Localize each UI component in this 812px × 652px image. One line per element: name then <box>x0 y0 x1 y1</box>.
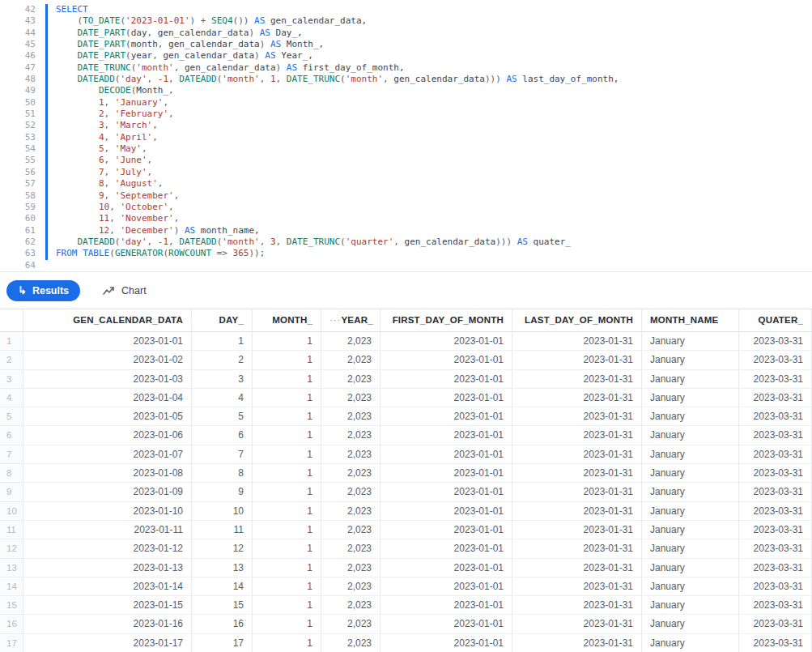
table-cell[interactable]: 2,023 <box>321 596 380 615</box>
table-cell[interactable]: 2,023 <box>321 577 380 596</box>
column-header-quater_[interactable]: QUATER_ <box>739 309 812 332</box>
table-cell[interactable]: 2023-03-31 <box>739 559 812 577</box>
table-cell[interactable]: 2023-03-31 <box>739 351 812 369</box>
row-number-cell[interactable]: 17 <box>0 634 23 652</box>
row-number-cell[interactable]: 16 <box>0 615 23 633</box>
table-cell[interactable]: 1 <box>253 351 321 369</box>
table-cell[interactable]: January <box>642 502 739 521</box>
table-cell[interactable]: 2023-01-01 <box>380 521 512 539</box>
table-cell[interactable]: January <box>642 370 739 389</box>
table-cell[interactable]: 1 <box>253 634 321 652</box>
table-cell[interactable]: 11 <box>192 521 253 539</box>
table-cell[interactable]: 6 <box>192 426 253 445</box>
row-number-cell[interactable]: 15 <box>0 596 23 615</box>
table-cell[interactable]: 1 <box>253 332 321 351</box>
table-cell[interactable]: 1 <box>253 426 321 445</box>
table-cell[interactable]: January <box>642 426 739 445</box>
row-number-cell[interactable]: 3 <box>0 370 23 389</box>
row-number-cell[interactable]: 5 <box>0 407 23 426</box>
table-cell[interactable]: 2023-03-31 <box>739 445 812 464</box>
table-cell[interactable]: 2,023 <box>321 521 380 539</box>
table-cell[interactable]: 2023-01-01 <box>380 445 512 464</box>
table-cell[interactable]: 1 <box>253 464 321 483</box>
table-cell[interactable]: 2023-01-31 <box>512 521 642 539</box>
table-cell[interactable]: 2023-03-31 <box>739 483 812 501</box>
table-cell[interactable]: 2023-01-06 <box>23 426 192 445</box>
table-cell[interactable]: 1 <box>253 483 321 501</box>
row-number-cell[interactable]: 10 <box>0 502 23 521</box>
table-cell[interactable]: 2023-01-01 <box>380 426 512 445</box>
row-number-cell[interactable]: 7 <box>0 445 23 464</box>
table-cell[interactable]: 2023-01-01 <box>380 407 512 426</box>
table-cell[interactable]: 1 <box>253 615 321 633</box>
table-cell[interactable]: 2023-03-31 <box>739 407 812 426</box>
table-cell[interactable]: 2023-01-08 <box>23 464 192 483</box>
table-cell[interactable]: 2023-01-01 <box>380 634 512 652</box>
table-cell[interactable]: 2023-03-31 <box>739 596 812 615</box>
table-cell[interactable]: 2023-01-31 <box>512 407 642 426</box>
table-cell[interactable]: 12 <box>192 539 253 558</box>
table-cell[interactable]: 1 <box>253 539 321 558</box>
table-cell[interactable]: 2023-01-31 <box>512 464 642 483</box>
table-cell[interactable]: 1 <box>253 445 321 464</box>
table-cell[interactable]: 2,023 <box>321 351 380 369</box>
table-cell[interactable]: January <box>642 407 739 426</box>
row-number-cell[interactable]: 1 <box>0 332 23 351</box>
table-cell[interactable]: 2023-03-31 <box>739 332 812 351</box>
column-header-first_day_of_month[interactable]: FIRST_DAY_OF_MONTH <box>380 309 512 332</box>
table-cell[interactable]: 2023-01-01 <box>380 483 512 501</box>
table-cell[interactable]: 2023-01-13 <box>23 559 192 577</box>
table-cell[interactable]: 2023-01-31 <box>512 389 642 407</box>
row-number-cell[interactable]: 9 <box>0 483 23 501</box>
table-cell[interactable]: 2023-01-01 <box>380 577 512 596</box>
table-cell[interactable]: 2023-01-17 <box>23 634 192 652</box>
table-cell[interactable]: 2023-01-10 <box>23 502 192 521</box>
table-cell[interactable]: 2,023 <box>321 445 380 464</box>
table-cell[interactable]: 2,023 <box>321 389 380 407</box>
table-cell[interactable]: 2023-01-11 <box>23 521 192 539</box>
column-header-last_day_of_month[interactable]: LAST_DAY_OF_MONTH <box>512 309 642 332</box>
table-cell[interactable]: 2023-01-07 <box>23 445 192 464</box>
table-cell[interactable]: 1 <box>253 596 321 615</box>
table-cell[interactable]: 1 <box>192 332 253 351</box>
table-cell[interactable]: 2,023 <box>321 615 380 633</box>
table-cell[interactable]: 16 <box>192 615 253 633</box>
table-cell[interactable]: 2023-03-31 <box>739 615 812 633</box>
table-cell[interactable]: 2023-01-01 <box>380 596 512 615</box>
table-cell[interactable]: 2023-01-02 <box>23 351 192 369</box>
table-cell[interactable]: 10 <box>192 502 253 521</box>
table-cell[interactable]: 3 <box>192 370 253 389</box>
table-cell[interactable]: 2023-01-09 <box>23 483 192 501</box>
column-header-day_[interactable]: DAY_ <box>192 309 253 332</box>
column-header-month_name[interactable]: MONTH_NAME <box>642 309 739 332</box>
table-cell[interactable]: 1 <box>253 559 321 577</box>
table-cell[interactable]: 2023-01-31 <box>512 332 642 351</box>
table-cell[interactable]: 2023-01-31 <box>512 577 642 596</box>
table-cell[interactable]: 2 <box>192 351 253 369</box>
table-cell[interactable]: 2023-01-31 <box>512 596 642 615</box>
table-cell[interactable]: 2023-01-16 <box>23 615 192 633</box>
table-cell[interactable]: 1 <box>253 577 321 596</box>
table-cell[interactable]: 2,023 <box>321 464 380 483</box>
table-cell[interactable]: 9 <box>192 483 253 501</box>
row-number-cell[interactable]: 11 <box>0 521 23 539</box>
table-cell[interactable]: 7 <box>192 445 253 464</box>
table-cell[interactable]: 2023-01-31 <box>512 559 642 577</box>
column-header-month_[interactable]: MONTH_ <box>253 309 321 332</box>
table-cell[interactable]: 2023-01-15 <box>23 596 192 615</box>
table-cell[interactable]: 2,023 <box>321 483 380 501</box>
table-cell[interactable]: 2,023 <box>321 332 380 351</box>
table-cell[interactable]: 2023-01-01 <box>380 539 512 558</box>
row-number-cell[interactable]: 14 <box>0 577 23 596</box>
table-cell[interactable]: January <box>642 521 739 539</box>
row-number-header[interactable] <box>0 309 23 332</box>
table-cell[interactable]: 2023-03-31 <box>739 502 812 521</box>
sql-editor[interactable]: 42SELECT43 (TO_DATE('2023-01-01') + SEQ4… <box>0 0 812 271</box>
table-cell[interactable]: 5 <box>192 407 253 426</box>
table-cell[interactable]: 2023-03-31 <box>739 464 812 483</box>
table-cell[interactable]: 2023-03-31 <box>739 634 812 652</box>
column-menu-icon[interactable]: ··· <box>329 309 342 331</box>
table-cell[interactable]: 2023-03-31 <box>739 426 812 445</box>
table-cell[interactable]: January <box>642 577 739 596</box>
table-cell[interactable]: 2023-03-31 <box>739 370 812 389</box>
